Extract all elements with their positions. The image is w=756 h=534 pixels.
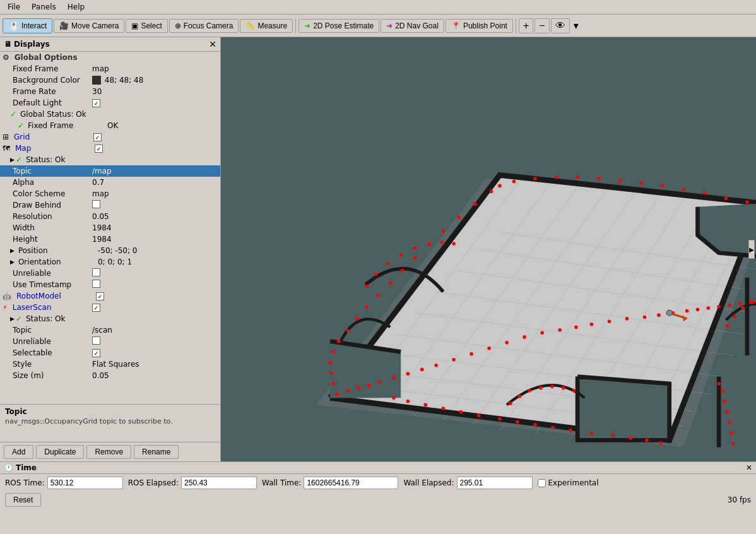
pose-estimate-button[interactable]: ➜ 2D Pose Estimate [298, 19, 379, 33]
svg-point-83 [576, 175, 579, 179]
svg-point-90 [724, 197, 728, 201]
resolution-row[interactable]: Resolution 0.05 [0, 211, 220, 222]
laser-scan-enabled-checkbox[interactable] [92, 304, 100, 312]
use-timestamp-checkbox[interactable] [92, 280, 100, 288]
color-scheme-row[interactable]: Color Scheme map [0, 188, 220, 199]
global-options-row[interactable]: ⚙ Global Options [0, 52, 220, 63]
fixed-frame-value: map [92, 64, 218, 73]
unreliable-checkbox[interactable] [92, 268, 100, 276]
nav-goal-button[interactable]: ➜ 2D Nav Goal [381, 19, 444, 33]
menu-panels[interactable]: Panels [27, 1, 61, 13]
unreliable-row[interactable]: Unreliable [0, 268, 220, 279]
height-label: Height [10, 235, 92, 244]
bg-color-row[interactable]: Background Color 48; 48; 48 [0, 74, 220, 86]
select-button[interactable]: ▣ Select [126, 19, 167, 33]
bg-color-swatch [92, 76, 101, 85]
fixed-frame-row[interactable]: Fixed Frame map [0, 63, 220, 74]
displays-scroll-area[interactable]: ⚙ Global Options Fixed Frame map Backgro… [0, 52, 220, 404]
experimental-row: Experimental [538, 478, 599, 487]
move-camera-button[interactable]: 🎥 Move Camera [54, 19, 124, 33]
panel-buttons: Add Duplicate Remove Rename [0, 442, 220, 461]
svg-point-57 [707, 306, 711, 310]
laser-selectable-label: Selectable [10, 348, 92, 357]
svg-point-78 [490, 189, 493, 193]
laser-unreliable-row[interactable]: Unreliable [0, 336, 220, 347]
position-row[interactable]: ▶ Position -50; -50; 0 [0, 245, 220, 256]
svg-point-51 [625, 317, 629, 321]
ros-time-input[interactable] [47, 477, 123, 489]
svg-point-59 [728, 304, 731, 307]
draw-behind-checkbox[interactable] [92, 200, 100, 208]
laser-style-row[interactable]: Style Flat Squares [0, 359, 220, 370]
unreliable-value [92, 268, 218, 278]
interact-icon: 🖱️ [8, 21, 19, 31]
default-light-checkbox[interactable] [92, 99, 100, 107]
orientation-row[interactable]: ▶ Orientation 0; 0; 0; 1 [0, 256, 220, 268]
bg-color-label: Background Color [10, 76, 92, 85]
global-status-row[interactable]: ✓ Global Status: Ok [0, 109, 220, 120]
position-value: -50; -50; 0 [98, 246, 218, 255]
expand-arrow-icon: ▶ [10, 157, 15, 163]
right-collapse-button[interactable]: ▶ [748, 240, 755, 259]
menu-help[interactable]: Help [62, 1, 90, 13]
time-panel-close[interactable]: ✕ [746, 463, 752, 472]
height-value: 1984 [92, 235, 218, 244]
robot-model-row[interactable]: 🤖 RobotModel [0, 290, 220, 302]
rename-button[interactable]: Rename [134, 445, 179, 459]
focus-camera-button[interactable]: ⊕ Focus Camera [169, 19, 239, 33]
draw-behind-row[interactable]: Draw Behind [0, 199, 220, 211]
svg-point-72 [401, 269, 405, 273]
grid-row[interactable]: ⊞ Grid [0, 131, 220, 143]
svg-point-133 [440, 240, 444, 244]
duplicate-button[interactable]: Duplicate [36, 445, 84, 459]
map-row[interactable]: 🗺 Map [0, 143, 220, 154]
svg-point-50 [608, 319, 611, 323]
svg-point-53 [657, 313, 661, 317]
interact-button[interactable]: 🖱️ Interact [3, 18, 52, 33]
remove-button[interactable]: Remove [86, 445, 131, 459]
svg-point-123 [726, 410, 729, 414]
menu-file[interactable]: File [3, 1, 25, 13]
zoom-out-button[interactable]: − [535, 18, 549, 33]
laser-topic-row[interactable]: Topic /scan [0, 324, 220, 336]
laser-size-row[interactable]: Size (m) 0.05 [0, 370, 220, 381]
svg-point-63 [330, 371, 334, 375]
reset-button[interactable]: Reset [5, 493, 41, 507]
experimental-checkbox[interactable] [538, 479, 546, 487]
publish-point-button[interactable]: 📍 Publish Point [446, 19, 513, 33]
laser-unreliable-checkbox[interactable] [92, 336, 100, 345]
height-row[interactable]: Height 1984 [0, 234, 220, 245]
alpha-row[interactable]: Alpha 0.7 [0, 177, 220, 188]
zoom-in-button[interactable]: + [519, 18, 533, 33]
panel-close-button[interactable]: ✕ [209, 39, 216, 49]
laser-selectable-checkbox[interactable] [92, 349, 100, 357]
fixed-frame-status-row[interactable]: ✓ Fixed Frame OK [0, 120, 220, 131]
wall-elapsed-field: Wall Elapsed: [403, 477, 532, 489]
viewport[interactable]: ◀ [221, 37, 756, 461]
wall-time-input[interactable] [304, 477, 398, 489]
laser-scan-row[interactable]: ⚡ LaserScan [0, 302, 220, 313]
map-topic-row[interactable]: Topic /map [0, 165, 220, 177]
time-panel-title: Time [16, 463, 37, 472]
ros-elapsed-input[interactable] [181, 477, 257, 489]
use-timestamp-row[interactable]: Use Timestamp [0, 279, 220, 290]
grid-enabled-checkbox[interactable] [93, 133, 102, 141]
width-row[interactable]: Width 1984 [0, 222, 220, 234]
map-enabled-checkbox[interactable] [95, 145, 103, 153]
frame-rate-row[interactable]: Frame Rate 30 [0, 86, 220, 97]
laser-status-row[interactable]: ▶ ✓ Status: Ok [0, 313, 220, 324]
view-button[interactable]: 👁 [551, 18, 570, 33]
laser-selectable-row[interactable]: Selectable [0, 347, 220, 359]
laser-selectable-value [92, 348, 218, 358]
robot-model-enabled-checkbox[interactable] [96, 292, 104, 300]
add-button[interactable]: Add [4, 445, 33, 459]
measure-button[interactable]: 📏 Measure [240, 19, 293, 33]
laser-scan-label: LaserScan [10, 303, 92, 312]
map-status-row[interactable]: ▶ ✓ Status: Ok [0, 154, 220, 165]
laser-expand-icon: ▶ [10, 316, 15, 322]
tooltip-description: nav_msgs::OccupancyGrid topic to subscri… [5, 417, 215, 425]
svg-point-84 [597, 177, 601, 181]
robot-model-label: RobotModel [14, 292, 96, 300]
default-light-row[interactable]: Default Light [0, 97, 220, 109]
wall-elapsed-input[interactable] [457, 477, 533, 489]
